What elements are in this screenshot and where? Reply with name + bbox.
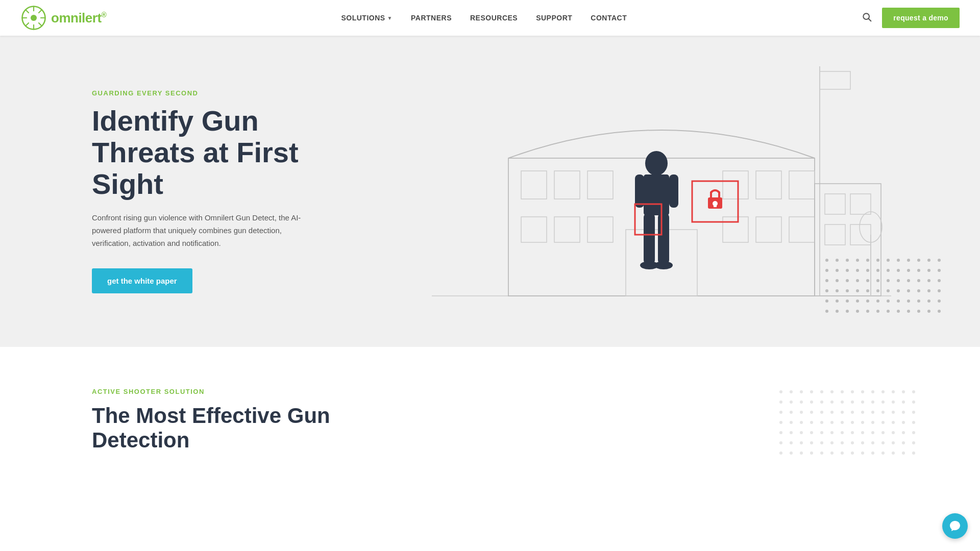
svg-rect-42 [658,213,669,264]
svg-point-188 [881,431,885,434]
search-icon [862,12,872,22]
svg-line-8 [26,23,29,26]
svg-point-76 [907,279,910,282]
svg-point-114 [927,289,930,292]
svg-point-150 [820,421,823,424]
svg-point-84 [897,289,900,292]
svg-rect-38 [644,174,669,215]
svg-point-146 [779,421,782,424]
svg-point-198 [841,441,844,444]
svg-point-69 [836,279,839,282]
nav-links: SOLUTIONS ▼ PARTNERS RESOURCES SUPPORT C… [341,14,627,22]
svg-point-190 [902,431,905,434]
svg-line-7 [39,10,42,13]
svg-point-203 [892,441,895,444]
svg-point-50 [825,259,828,262]
svg-point-107 [917,269,920,272]
svg-point-106 [938,259,941,262]
svg-point-137 [851,400,854,404]
svg-point-158 [820,431,823,434]
nav-solutions[interactable]: SOLUTIONS ▼ [341,14,393,22]
navbar-actions: request a demo [862,8,960,28]
svg-point-92 [887,299,890,303]
svg-point-113 [917,289,920,292]
svg-point-138 [779,411,782,414]
svg-point-210 [820,452,823,455]
svg-point-156 [800,431,803,434]
svg-point-207 [790,452,793,455]
request-demo-button[interactable]: request a demo [882,8,960,28]
svg-point-147 [790,421,793,424]
svg-point-67 [907,269,910,272]
svg-point-112 [938,279,941,282]
svg-point-79 [846,289,849,292]
svg-point-111 [927,279,930,282]
svg-point-212 [841,452,844,455]
svg-point-211 [830,452,834,455]
svg-point-127 [830,390,834,393]
svg-point-180 [861,421,864,424]
hero-description: Confront rising gun violence with Omnile… [92,212,306,249]
svg-point-195 [810,441,813,444]
svg-point-130 [779,400,782,404]
svg-point-185 [912,421,915,424]
svg-point-184 [902,421,905,424]
svg-point-51 [836,259,839,262]
dots-decoration [822,255,949,332]
svg-point-82 [876,289,879,292]
svg-point-86 [825,299,828,303]
hero-title: Identify Gun Threats at First Sight [92,105,306,199]
nav-partners[interactable]: PARTNERS [411,14,452,22]
search-button[interactable] [862,12,872,24]
svg-point-126 [820,390,823,393]
get-white-paper-button[interactable]: get the white paper [92,268,192,293]
navbar: omnilert® SOLUTIONS ▼ PARTNERS RESOURCES… [0,0,980,36]
svg-point-108 [927,269,930,272]
solutions-dropdown-arrow: ▼ [387,15,393,21]
svg-point-183 [892,421,895,424]
svg-point-72 [866,279,869,282]
svg-point-9 [31,15,37,21]
svg-point-91 [876,299,879,303]
svg-point-104 [917,259,920,262]
svg-point-81 [866,289,869,292]
nav-support[interactable]: SUPPORT [536,14,572,22]
svg-point-214 [861,452,864,455]
svg-point-209 [810,452,813,455]
svg-point-159 [830,431,834,434]
svg-point-155 [790,431,793,434]
svg-point-178 [902,411,905,414]
svg-point-200 [861,441,864,444]
nav-resources[interactable]: RESOURCES [470,14,518,22]
svg-point-205 [912,441,915,444]
svg-point-105 [927,259,930,262]
hero-eyebrow: GUARDING EVERY SECOND [92,89,306,97]
svg-point-144 [841,411,844,414]
second-section-eyebrow: ACTIVE SHOOTER SOLUTION [92,388,888,395]
svg-point-191 [912,431,915,434]
svg-point-201 [871,441,874,444]
nav-contact[interactable]: CONTACT [591,14,627,22]
svg-point-196 [820,441,823,444]
svg-point-181 [871,421,874,424]
logo-area: omnilert® [20,5,106,31]
svg-point-177 [892,411,895,414]
svg-point-63 [866,269,869,272]
svg-point-215 [871,452,874,455]
svg-point-129 [851,390,854,393]
svg-point-132 [800,400,803,404]
svg-point-206 [779,452,782,455]
svg-point-88 [846,299,849,303]
svg-point-173 [912,400,915,404]
svg-point-162 [861,390,864,393]
svg-point-120 [927,310,930,313]
svg-point-93 [897,299,900,303]
second-section: ACTIVE SHOOTER SOLUTION The Most Effecti… [0,347,980,484]
svg-point-102 [897,310,900,313]
svg-point-213 [851,452,854,455]
svg-point-145 [851,411,854,414]
svg-point-176 [881,411,885,414]
svg-point-122 [779,390,782,393]
svg-point-197 [830,441,834,444]
svg-rect-49 [714,204,717,207]
